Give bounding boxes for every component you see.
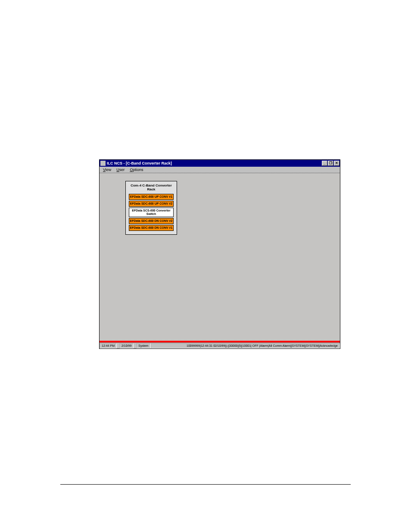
- close-button[interactable]: ✕: [334, 161, 339, 166]
- statusbar-message: 10099999|12:44:31 02/10/99||-||30000||5|…: [151, 343, 340, 348]
- menubar: View User Options: [100, 167, 340, 173]
- titlebar: ILC NCS - [C-Band Converter Rack] _ ❐ ✕: [100, 160, 340, 167]
- window-title: ILC NCS - [C-Band Converter Rack]: [107, 161, 322, 165]
- maximize-button[interactable]: ❐: [328, 161, 333, 166]
- menu-options[interactable]: Options: [127, 167, 146, 172]
- page-footer-rule: [60, 484, 351, 485]
- rack-panel: Com-4 C-Band Converter Rack EFData SDC-6…: [125, 181, 177, 235]
- minimize-button[interactable]: _: [322, 161, 327, 166]
- rack-item-upconv-2[interactable]: EFData SDC-600 UP CONV #2: [129, 201, 174, 207]
- client-area: Com-4 C-Band Converter Rack EFData SDC-6…: [100, 173, 340, 341]
- statusbar: 12:44 PM 2/10/99 System 10099999|12:44:3…: [100, 342, 340, 348]
- rack-item-dnconv-2[interactable]: EFData SDC-600 DN CONV #2: [129, 218, 174, 224]
- app-window: ILC NCS - [C-Band Converter Rack] _ ❐ ✕ …: [99, 159, 340, 349]
- window-controls: _ ❐ ✕: [322, 161, 339, 166]
- menu-user[interactable]: User: [114, 167, 127, 172]
- app-icon: [100, 161, 106, 166]
- menu-view[interactable]: View: [100, 167, 114, 172]
- statusbar-date: 2/10/99: [119, 343, 134, 348]
- rack-item-converter-switch[interactable]: EFData SCS-600 Converter Switch: [129, 208, 174, 217]
- rack-item-upconv-1[interactable]: EFData SDC-600 UP CONV #1: [129, 194, 174, 200]
- rack-title: Com-4 C-Band Converter Rack: [127, 183, 175, 193]
- rack-item-dnconv-1[interactable]: EFData SDC-600 DN CONV #1: [129, 225, 174, 231]
- statusbar-time: 12:44 PM: [100, 343, 117, 348]
- statusbar-user: System: [136, 343, 150, 348]
